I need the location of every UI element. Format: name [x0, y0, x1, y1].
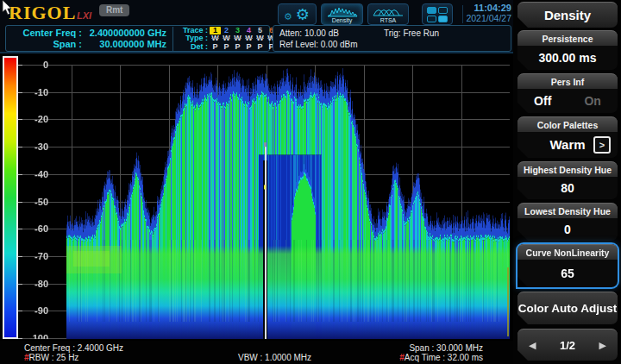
remote-badge: Rmt	[99, 4, 129, 16]
softkey-lowest-density-hue[interactable]: Lowest Density Hue 0	[518, 203, 618, 241]
bottom-center-freq: Center Freq : 2.4000 GHz	[24, 343, 123, 353]
rtsa-button-label: RTSA	[368, 17, 408, 23]
bottom-rbw: #RBW : 25 Hz	[24, 353, 78, 362]
clock-block: 11:04:29 2021/04/27	[464, 3, 511, 23]
density-mode-button[interactable]: Density	[321, 3, 363, 25]
bottom-span: Span : 30.000 MHz	[310, 343, 483, 353]
density-button-label: Density	[322, 17, 362, 23]
softkey-pers-inf[interactable]: Pers Inf Off On	[518, 73, 618, 113]
spectrum-plot-region	[0, 53, 513, 341]
mouse-cursor	[2, 0, 14, 16]
density-colorbar	[3, 56, 18, 339]
center-freq-label: Center Freq :	[13, 28, 82, 39]
atten-readout: Atten: 10.00 dB	[279, 28, 339, 38]
analyzer-screen: RIGOL LXI Rmt ⚙ ⚙ Density RTSA 11:04:2	[0, 0, 621, 364]
menu-page-nav: ◀ 1/2 ▶	[518, 329, 618, 361]
page-prev-icon[interactable]: ◀	[529, 340, 536, 351]
density-spectrum-icon	[327, 6, 358, 17]
span-value: 30.000000 MHz	[82, 39, 166, 50]
palette-value: Warm	[549, 137, 585, 152]
header-bar: RIGOL LXI Rmt ⚙ ⚙ Density RTSA 11:04:2	[0, 0, 513, 53]
highest-hue-value: 80	[518, 177, 618, 198]
curve-nonlinearity-value: 65	[518, 260, 618, 286]
palette-submenu-arrow-icon[interactable]: >	[593, 136, 611, 154]
softkey-curve-nonlinearity[interactable]: Curve NonLinearity 65	[518, 244, 618, 287]
softkey-menu: Density Persistence 300.00 ms Pers Inf O…	[513, 0, 621, 364]
gear-icon: ⚙	[296, 4, 310, 24]
frequency-info-panel: Center Freq : 2.400000000 GHz Span : 30.…	[5, 25, 270, 52]
gear-small-icon: ⚙	[284, 10, 292, 23]
trigger-readout: Trig: Free Run	[384, 28, 439, 38]
det-row: Det : P P P P P P	[177, 43, 277, 51]
center-freq-value: 2.400000000 GHz	[82, 28, 166, 39]
pers-inf-off[interactable]: Off	[534, 94, 551, 108]
page-indicator: 1/2	[560, 339, 575, 352]
bottom-acq-time: #Acq Time : 32.00 ms	[310, 353, 483, 362]
menu-title-density: Density	[518, 2, 618, 28]
rigol-logo: RIGOL	[9, 2, 76, 24]
softkey-color-auto-adjust[interactable]: Color Auto Adjust	[518, 292, 618, 324]
system-settings-button[interactable]: ⚙ ⚙	[278, 3, 317, 25]
amplitude-info-panel: Atten: 10.00 dB Ref Level: 0.00 dBm Trig…	[273, 25, 511, 52]
ref-level-readout: Ref Level: 0.00 dBm	[279, 40, 358, 49]
lowest-hue-value: 0	[518, 218, 618, 240]
freq-lines: Center Freq : 2.400000000 GHz Span : 30.…	[13, 28, 166, 50]
persistence-value: 300.00 ms	[518, 46, 618, 69]
pers-inf-on[interactable]: On	[584, 94, 600, 108]
pers-inf-toggle[interactable]: Off On	[518, 94, 618, 108]
time-display: 11:04:29	[464, 3, 511, 13]
window-layout-button[interactable]	[422, 3, 453, 25]
rtsa-mode-button[interactable]: RTSA	[367, 3, 409, 25]
softkey-highest-density-hue[interactable]: Highest Density Hue 80	[518, 161, 618, 199]
bottom-vbw: VBW : 1.0000 MHz	[238, 353, 311, 362]
page-next-icon[interactable]: ▶	[599, 340, 606, 351]
span-label: Span :	[13, 39, 82, 50]
trace-status-table: Trace : 1 2 3 4 5 6 Type : W W W W W W	[172, 27, 277, 51]
softkey-persistence[interactable]: Persistence 300.00 ms	[518, 30, 618, 70]
lxi-logo: LXI	[77, 10, 91, 21]
bottom-status-bar: Center Freq : 2.4000 GHz Span : 30.000 M…	[0, 341, 513, 364]
date-display: 2021/04/27	[464, 13, 511, 23]
windows-icon	[427, 7, 448, 22]
softkey-color-palettes[interactable]: Color Palettes Warm >	[518, 116, 618, 158]
rtsa-peaks-icon	[373, 6, 404, 17]
density-display	[22, 54, 510, 339]
header-divider	[462, 5, 463, 23]
